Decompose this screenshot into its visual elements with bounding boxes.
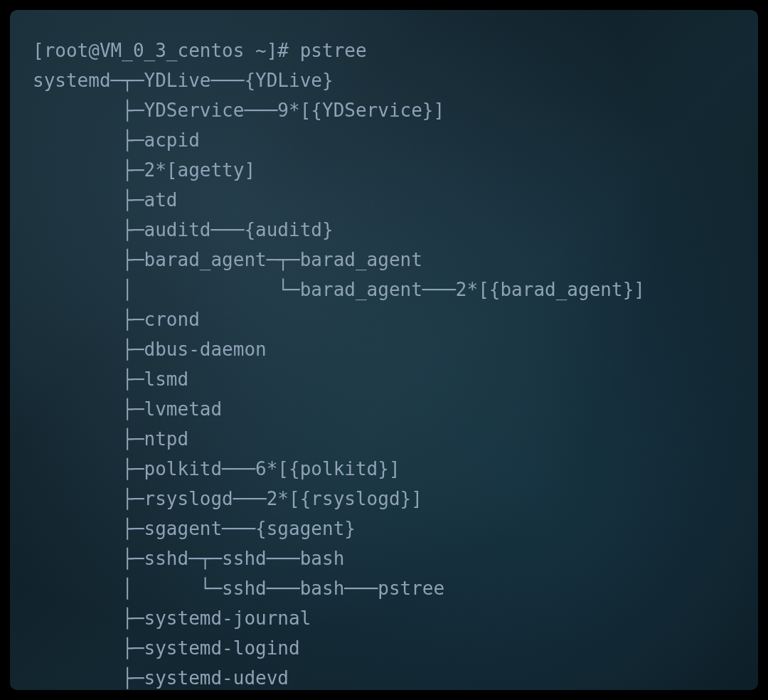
pstree-line: ├─systemd-logind <box>33 637 300 659</box>
pstree-line: ├─systemd-journal <box>33 608 311 629</box>
pstree-line: ├─crond <box>33 309 200 330</box>
pstree-line: ├─auditd───{auditd} <box>33 219 334 240</box>
pstree-line: │ └─barad_agent───2*[{barad_agent}] <box>33 279 645 300</box>
pstree-line: ├─lsmd <box>33 368 188 390</box>
pstree-line: │ └─sshd───bash───pstree <box>33 578 444 599</box>
pstree-line: ├─polkitd───6*[{polkitd}] <box>33 458 400 479</box>
terminal-output[interactable]: [root@VM_0_3_centos ~]# pstree systemd─┬… <box>33 36 744 676</box>
pstree-line: ├─systemd-udevd <box>33 667 289 689</box>
pstree-line: ├─2*[agetty] <box>33 159 255 181</box>
pstree-line: ├─sshd─┬─sshd───bash <box>33 548 344 569</box>
command-text: pstree <box>300 40 367 61</box>
pstree-line: ├─YDService───9*[{YDService}] <box>33 100 444 121</box>
pstree-line: ├─rsyslogd───2*[{rsyslogd}] <box>33 488 422 509</box>
shell-prompt: [root@VM_0_3_centos ~]# <box>33 40 300 61</box>
pstree-line: ├─sgagent───{sgagent} <box>33 518 356 539</box>
pstree-line: systemd─┬─YDLive───{YDLive} <box>33 70 334 91</box>
pstree-line: ├─barad_agent─┬─barad_agent <box>33 249 422 270</box>
pstree-line: ├─acpid <box>33 129 200 151</box>
terminal-window[interactable]: [root@VM_0_3_centos ~]# pstree systemd─┬… <box>10 10 758 690</box>
pstree-line: ├─ntpd <box>33 428 188 450</box>
pstree-line: ├─dbus-daemon <box>33 339 267 360</box>
pstree-line: ├─lvmetad <box>33 398 222 420</box>
pstree-line: ├─atd <box>33 189 178 211</box>
